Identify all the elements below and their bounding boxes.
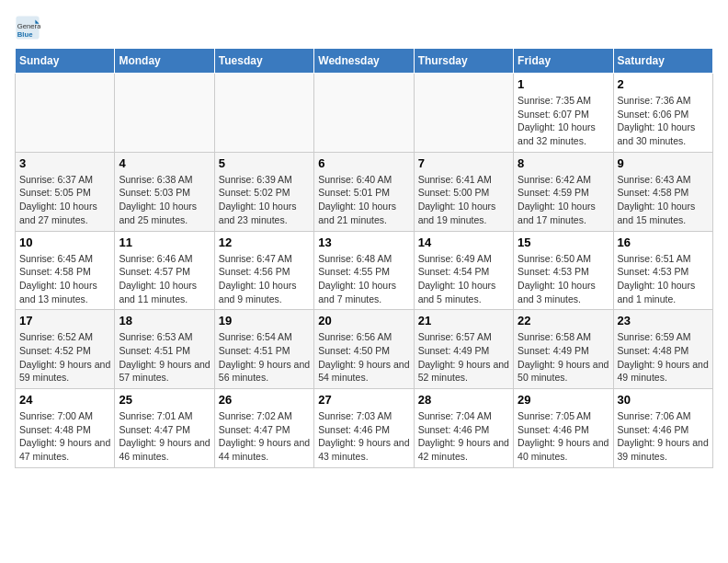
day-number: 7 xyxy=(418,156,509,170)
calendar-cell: 3Sunrise: 6:37 AM Sunset: 5:05 PM Daylig… xyxy=(16,152,115,231)
calendar-cell: 7Sunrise: 6:41 AM Sunset: 5:00 PM Daylig… xyxy=(414,152,513,231)
calendar-cell xyxy=(314,74,414,153)
day-number: 22 xyxy=(518,314,609,327)
calendar-cell: 5Sunrise: 6:39 AM Sunset: 5:02 PM Daylig… xyxy=(214,152,313,231)
dow-header: Friday xyxy=(514,49,613,74)
calendar-cell: 15Sunrise: 6:50 AM Sunset: 4:53 PM Dayli… xyxy=(514,231,613,310)
calendar-cell: 13Sunrise: 6:48 AM Sunset: 4:55 PM Dayli… xyxy=(314,231,414,310)
calendar-cell: 2Sunrise: 7:36 AM Sunset: 6:06 PM Daylig… xyxy=(613,74,712,153)
day-info: Sunrise: 6:46 AM Sunset: 4:57 PM Dayligh… xyxy=(119,252,210,306)
calendar-cell: 30Sunrise: 7:06 AM Sunset: 4:46 PM Dayli… xyxy=(613,389,712,468)
day-info: Sunrise: 6:42 AM Sunset: 4:59 PM Dayligh… xyxy=(518,173,609,227)
day-number: 9 xyxy=(618,156,709,170)
day-number: 30 xyxy=(618,393,709,407)
dow-header: Monday xyxy=(115,49,214,74)
calendar-cell: 19Sunrise: 6:54 AM Sunset: 4:51 PM Dayli… xyxy=(214,310,313,389)
dow-header: Tuesday xyxy=(214,49,313,74)
header: General Blue xyxy=(15,15,713,40)
day-number: 20 xyxy=(318,314,409,327)
calendar-cell xyxy=(115,74,214,153)
logo: General Blue xyxy=(15,15,44,40)
calendar-cell: 16Sunrise: 6:51 AM Sunset: 4:53 PM Dayli… xyxy=(613,231,712,310)
calendar-cell xyxy=(214,74,313,153)
calendar-cell: 27Sunrise: 7:03 AM Sunset: 4:46 PM Dayli… xyxy=(314,389,414,468)
day-number: 18 xyxy=(119,314,210,327)
day-info: Sunrise: 6:54 AM Sunset: 4:51 PM Dayligh… xyxy=(219,330,310,385)
day-info: Sunrise: 6:56 AM Sunset: 4:50 PM Dayligh… xyxy=(318,330,409,385)
calendar-cell: 18Sunrise: 6:53 AM Sunset: 4:51 PM Dayli… xyxy=(115,310,214,389)
day-number: 24 xyxy=(19,393,110,407)
dow-header: Thursday xyxy=(414,49,513,74)
calendar-cell: 14Sunrise: 6:49 AM Sunset: 4:54 PM Dayli… xyxy=(414,231,513,310)
day-info: Sunrise: 7:00 AM Sunset: 4:48 PM Dayligh… xyxy=(19,409,110,464)
calendar-cell: 10Sunrise: 6:45 AM Sunset: 4:58 PM Dayli… xyxy=(16,231,115,310)
day-info: Sunrise: 6:39 AM Sunset: 5:02 PM Dayligh… xyxy=(219,173,310,227)
day-info: Sunrise: 6:50 AM Sunset: 4:53 PM Dayligh… xyxy=(518,252,609,306)
day-number: 10 xyxy=(19,236,110,249)
day-number: 4 xyxy=(119,156,210,170)
day-info: Sunrise: 6:37 AM Sunset: 5:05 PM Dayligh… xyxy=(19,173,110,227)
day-number: 1 xyxy=(518,77,609,91)
calendar-cell: 1Sunrise: 7:35 AM Sunset: 6:07 PM Daylig… xyxy=(514,74,613,153)
calendar-cell: 28Sunrise: 7:04 AM Sunset: 4:46 PM Dayli… xyxy=(414,389,513,468)
calendar-cell: 22Sunrise: 6:58 AM Sunset: 4:49 PM Dayli… xyxy=(514,310,613,389)
day-info: Sunrise: 6:53 AM Sunset: 4:51 PM Dayligh… xyxy=(119,330,210,385)
dow-header: Saturday xyxy=(613,49,712,74)
day-number: 16 xyxy=(618,236,709,249)
calendar-cell: 23Sunrise: 6:59 AM Sunset: 4:48 PM Dayli… xyxy=(613,310,712,389)
calendar-cell: 21Sunrise: 6:57 AM Sunset: 4:49 PM Dayli… xyxy=(414,310,513,389)
calendar-cell: 26Sunrise: 7:02 AM Sunset: 4:47 PM Dayli… xyxy=(214,389,313,468)
calendar-cell: 9Sunrise: 6:43 AM Sunset: 4:58 PM Daylig… xyxy=(613,152,712,231)
svg-text:Blue: Blue xyxy=(17,30,33,39)
calendar-cell: 20Sunrise: 6:56 AM Sunset: 4:50 PM Dayli… xyxy=(314,310,414,389)
day-info: Sunrise: 7:04 AM Sunset: 4:46 PM Dayligh… xyxy=(418,409,509,464)
day-info: Sunrise: 6:49 AM Sunset: 4:54 PM Dayligh… xyxy=(418,252,509,306)
logo-icon: General Blue xyxy=(15,15,40,40)
calendar-cell: 11Sunrise: 6:46 AM Sunset: 4:57 PM Dayli… xyxy=(115,231,214,310)
day-info: Sunrise: 6:45 AM Sunset: 4:58 PM Dayligh… xyxy=(19,252,110,306)
day-info: Sunrise: 6:48 AM Sunset: 4:55 PM Dayligh… xyxy=(318,252,409,306)
calendar-cell xyxy=(16,74,115,153)
day-info: Sunrise: 6:47 AM Sunset: 4:56 PM Dayligh… xyxy=(219,252,310,306)
calendar-cell: 29Sunrise: 7:05 AM Sunset: 4:46 PM Dayli… xyxy=(514,389,613,468)
day-number: 21 xyxy=(418,314,509,327)
day-number: 6 xyxy=(318,156,409,170)
day-info: Sunrise: 7:02 AM Sunset: 4:47 PM Dayligh… xyxy=(219,409,310,464)
day-info: Sunrise: 7:35 AM Sunset: 6:07 PM Dayligh… xyxy=(518,94,609,148)
calendar-cell: 24Sunrise: 7:00 AM Sunset: 4:48 PM Dayli… xyxy=(16,389,115,468)
day-info: Sunrise: 6:40 AM Sunset: 5:01 PM Dayligh… xyxy=(318,173,409,227)
day-number: 13 xyxy=(318,236,409,249)
day-info: Sunrise: 6:38 AM Sunset: 5:03 PM Dayligh… xyxy=(119,173,210,227)
day-number: 12 xyxy=(219,236,310,249)
day-number: 25 xyxy=(119,393,210,407)
dow-header: Sunday xyxy=(16,49,115,74)
day-number: 26 xyxy=(219,393,310,407)
dow-header: Wednesday xyxy=(314,49,414,74)
calendar-cell xyxy=(414,74,513,153)
calendar-cell: 6Sunrise: 6:40 AM Sunset: 5:01 PM Daylig… xyxy=(314,152,414,231)
day-number: 5 xyxy=(219,156,310,170)
day-info: Sunrise: 6:43 AM Sunset: 4:58 PM Dayligh… xyxy=(618,173,709,227)
day-number: 23 xyxy=(618,314,709,327)
day-number: 8 xyxy=(518,156,609,170)
calendar-table: SundayMondayTuesdayWednesdayThursdayFrid… xyxy=(15,48,713,468)
day-info: Sunrise: 6:52 AM Sunset: 4:52 PM Dayligh… xyxy=(19,330,110,385)
day-number: 27 xyxy=(318,393,409,407)
calendar-cell: 4Sunrise: 6:38 AM Sunset: 5:03 PM Daylig… xyxy=(115,152,214,231)
day-info: Sunrise: 6:41 AM Sunset: 5:00 PM Dayligh… xyxy=(418,173,509,227)
calendar-cell: 12Sunrise: 6:47 AM Sunset: 4:56 PM Dayli… xyxy=(214,231,313,310)
calendar-cell: 8Sunrise: 6:42 AM Sunset: 4:59 PM Daylig… xyxy=(514,152,613,231)
day-info: Sunrise: 7:06 AM Sunset: 4:46 PM Dayligh… xyxy=(618,409,709,464)
day-number: 2 xyxy=(618,77,709,91)
day-number: 17 xyxy=(19,314,110,327)
day-info: Sunrise: 6:51 AM Sunset: 4:53 PM Dayligh… xyxy=(618,252,709,306)
day-number: 15 xyxy=(518,236,609,249)
day-number: 29 xyxy=(518,393,609,407)
day-number: 28 xyxy=(418,393,509,407)
day-info: Sunrise: 7:05 AM Sunset: 4:46 PM Dayligh… xyxy=(518,409,609,464)
calendar-cell: 25Sunrise: 7:01 AM Sunset: 4:47 PM Dayli… xyxy=(115,389,214,468)
day-number: 14 xyxy=(418,236,509,249)
day-number: 19 xyxy=(219,314,310,327)
day-info: Sunrise: 6:58 AM Sunset: 4:49 PM Dayligh… xyxy=(518,330,609,385)
day-info: Sunrise: 6:57 AM Sunset: 4:49 PM Dayligh… xyxy=(418,330,509,385)
